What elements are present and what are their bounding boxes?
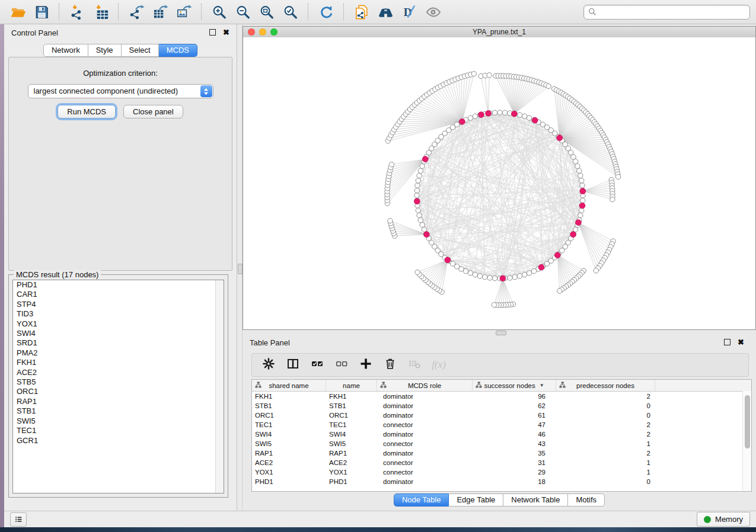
node[interactable] [487, 275, 492, 280]
tab-network-table[interactable]: Network Table [503, 493, 568, 507]
cell-name[interactable]: PHD1 [326, 478, 377, 485]
cell-successor-nodes[interactable]: 43 [473, 440, 556, 447]
node[interactable] [517, 274, 522, 278]
cell-MCDS-role[interactable]: dominator [377, 412, 473, 419]
export-network-button[interactable] [125, 2, 148, 22]
node[interactable] [546, 84, 551, 88]
table-row[interactable]: TEC1TEC1connector472 [252, 420, 751, 430]
cell-shared-name[interactable]: STB1 [252, 402, 326, 409]
tab-motifs[interactable]: Motifs [568, 493, 605, 507]
mcds-result-item[interactable]: SRD1 [13, 338, 224, 348]
network-canvas[interactable] [243, 37, 755, 329]
node[interactable] [492, 110, 497, 115]
node[interactable] [414, 193, 419, 198]
cell-name[interactable]: YOX1 [326, 469, 377, 476]
node[interactable] [473, 273, 477, 277]
cell-successor-nodes[interactable]: 31 [473, 459, 556, 466]
column-header-shared-name[interactable]: shared name [252, 380, 326, 391]
close-panel-icon[interactable]: ✖ [738, 339, 744, 345]
dominator-node[interactable] [570, 232, 576, 238]
mcds-result-item[interactable]: SWI5 [13, 416, 224, 426]
node[interactable] [508, 275, 512, 280]
mcds-result-item[interactable]: ORC1 [13, 387, 224, 396]
scrollbar-thumb[interactable] [745, 395, 750, 448]
dominator-node[interactable] [460, 118, 465, 124]
cell-successor-nodes[interactable]: 96 [473, 393, 556, 400]
node[interactable] [417, 173, 422, 178]
cell-name[interactable]: TEC1 [326, 421, 377, 428]
dominator-node[interactable] [479, 112, 484, 118]
float-panel-icon[interactable] [724, 339, 731, 345]
minimize-window-icon[interactable] [259, 28, 266, 36]
cell-predecessor-nodes[interactable]: 1 [556, 459, 655, 466]
node[interactable] [492, 303, 496, 307]
cell-predecessor-nodes[interactable]: 0 [556, 412, 655, 419]
node[interactable] [416, 178, 420, 183]
mcds-result-item[interactable]: PMA2 [13, 348, 224, 358]
mcds-result-item[interactable]: YOX1 [13, 319, 224, 329]
cell-name[interactable]: SWI5 [326, 440, 377, 447]
close-window-icon[interactable] [248, 28, 255, 36]
dominator-node[interactable] [414, 198, 420, 204]
zoom-selected-button[interactable] [279, 2, 302, 22]
table-row[interactable]: STB1STB1dominator620 [252, 401, 751, 411]
dominator-node[interactable] [557, 135, 563, 141]
node[interactable] [388, 219, 393, 223]
cell-MCDS-role[interactable]: dominator [377, 393, 473, 400]
node[interactable] [579, 178, 584, 183]
cell-name[interactable]: RAP1 [326, 450, 377, 457]
node[interactable] [571, 155, 576, 159]
zoom-in-button[interactable] [208, 2, 231, 22]
cell-predecessor-nodes[interactable]: 1 [556, 469, 655, 476]
node[interactable] [477, 274, 482, 278]
open-button[interactable] [6, 2, 30, 22]
cell-shared-name[interactable]: YOX1 [252, 469, 326, 476]
deselect-all-button[interactable] [331, 356, 352, 374]
node[interactable] [502, 110, 507, 115]
table-row[interactable]: SWI5SWI5connector431 [252, 439, 751, 448]
search-box[interactable] [583, 5, 750, 20]
table-row[interactable]: YOX1YOX1connector291 [252, 467, 751, 477]
dominator-node[interactable] [511, 111, 517, 117]
node[interactable] [468, 116, 473, 120]
maximize-window-icon[interactable] [270, 28, 277, 36]
cell-successor-nodes[interactable]: 18 [473, 478, 556, 485]
node[interactable] [473, 114, 477, 118]
cell-MCDS-role[interactable]: dominator [377, 450, 473, 457]
cell-predecessor-nodes[interactable]: 1 [556, 440, 655, 447]
cell-MCDS-role[interactable]: connector [377, 469, 473, 476]
cell-shared-name[interactable]: FKH1 [252, 393, 326, 400]
node[interactable] [487, 73, 492, 78]
dominator-node[interactable] [576, 220, 582, 226]
tab-network[interactable]: Network [43, 44, 88, 57]
node[interactable] [418, 218, 423, 223]
cell-predecessor-nodes[interactable]: 0 [556, 402, 655, 409]
node[interactable] [557, 289, 562, 293]
horizontal-splitter[interactable] [243, 330, 756, 335]
cell-MCDS-role[interactable]: connector [377, 421, 473, 428]
vertical-splitter[interactable] [237, 24, 243, 511]
tab-select[interactable]: Select [122, 44, 159, 57]
dominator-node[interactable] [538, 264, 544, 270]
mcds-result-item[interactable]: TID3 [13, 309, 224, 319]
cell-successor-nodes[interactable]: 47 [473, 421, 556, 428]
node[interactable] [414, 188, 419, 193]
node[interactable] [468, 271, 473, 275]
column-header-name[interactable]: name [326, 380, 377, 391]
cell-predecessor-nodes[interactable]: 2 [556, 431, 655, 438]
cell-shared-name[interactable]: RAP1 [252, 450, 326, 457]
run-mcds-button[interactable]: Run MCDS [58, 105, 116, 118]
node[interactable] [517, 113, 522, 117]
cell-shared-name[interactable]: PHD1 [252, 478, 326, 485]
cell-name[interactable]: STB1 [326, 402, 377, 409]
cell-MCDS-role[interactable]: dominator [377, 402, 473, 409]
select-all-button[interactable] [307, 356, 328, 374]
node[interactable] [463, 269, 468, 274]
cell-shared-name[interactable]: SWI4 [252, 431, 326, 438]
mcds-result-item[interactable]: TEC1 [13, 426, 224, 435]
node[interactable] [420, 222, 425, 227]
column-header-MCDS-role[interactable]: MCDS role [377, 380, 473, 391]
node[interactable] [578, 213, 583, 217]
dominator-node[interactable] [554, 252, 560, 258]
add-column-button[interactable] [355, 356, 377, 374]
